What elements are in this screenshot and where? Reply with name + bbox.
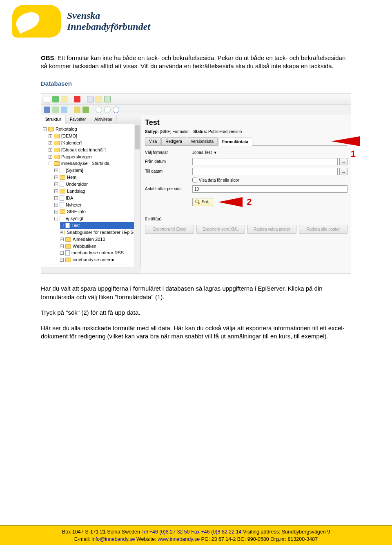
tree-node[interactable]: +[System] bbox=[54, 167, 140, 174]
label-till: Till datum bbox=[145, 169, 190, 174]
tree-node[interactable]: +Papperskorgen bbox=[49, 153, 140, 160]
tree-toggle-icon[interactable]: - bbox=[43, 127, 47, 131]
tree-node[interactable]: +innebandy.se noterar bbox=[60, 256, 140, 263]
tree-scrollbar[interactable] bbox=[134, 124, 140, 267]
tree-toggle-icon[interactable]: + bbox=[54, 176, 58, 179]
rtab-redigera[interactable]: Redigera bbox=[161, 137, 186, 146]
tree-hscroll[interactable] bbox=[41, 267, 141, 273]
tree-toggle-icon[interactable]: + bbox=[49, 148, 52, 152]
tree-toggle-icon[interactable]: + bbox=[49, 155, 52, 159]
image-icon[interactable] bbox=[61, 107, 67, 113]
left-tabbar: Struktur Favoriter Aktiviteter bbox=[41, 115, 141, 124]
tree-node[interactable]: +Almedalen 2010 bbox=[60, 236, 140, 243]
checkbox-visa-alla[interactable] bbox=[192, 178, 197, 182]
footer-visiting: Visiting address: Sundbybergsvägen 9 bbox=[242, 529, 330, 535]
logo-line2: Innebandyförbundet bbox=[67, 21, 150, 32]
tree-toggle-icon[interactable]: + bbox=[60, 238, 64, 241]
folder-icon bbox=[54, 148, 60, 152]
page-icon bbox=[65, 250, 70, 256]
clipboard-icon[interactable] bbox=[96, 96, 102, 102]
tree-toggle-icon[interactable]: + bbox=[54, 196, 58, 200]
page-icon bbox=[60, 196, 64, 201]
tree-toggle-icon[interactable]: - bbox=[54, 217, 58, 220]
rtab-formulardata[interactable]: Formulärdata bbox=[218, 138, 252, 146]
input-antal[interactable] bbox=[192, 185, 347, 193]
tree-node[interactable]: +IDA bbox=[54, 195, 140, 202]
tree-node[interactable]: -ej synligt bbox=[54, 215, 140, 222]
tree-node[interactable]: +[DEMO] bbox=[49, 133, 140, 140]
folder-icon bbox=[54, 134, 60, 138]
tree-toggle-icon[interactable]: + bbox=[54, 169, 58, 172]
tree-toggle-icon[interactable]: + bbox=[54, 189, 58, 193]
footer-address: Box 1047 S-171 21 Solna Sweden bbox=[62, 529, 141, 535]
obs-rest: : Ett formulär kan inte ha både en tack-… bbox=[41, 54, 345, 69]
tab-favoriter[interactable]: Favoriter bbox=[66, 115, 90, 124]
globe-icon[interactable] bbox=[113, 107, 119, 113]
folder-icon bbox=[48, 127, 54, 131]
tree-node-label: [Globalt delat innehåll] bbox=[61, 147, 106, 153]
delete-all-button[interactable]: Radera alla poster bbox=[299, 225, 348, 234]
view-icon[interactable] bbox=[44, 107, 50, 113]
tree-toggle-icon[interactable]: + bbox=[49, 134, 52, 138]
select-formular[interactable]: Jonas Test ▼ bbox=[192, 150, 347, 156]
delete-icon[interactable] bbox=[74, 96, 80, 102]
tree-node[interactable]: +Undersidor bbox=[54, 181, 140, 188]
tree-toggle-icon[interactable]: + bbox=[54, 210, 58, 213]
tree-node[interactable]: +[Kalender] bbox=[49, 140, 140, 147]
tree-node-label: Almedalen 2010 bbox=[73, 236, 105, 242]
tree1-icon[interactable] bbox=[74, 107, 80, 113]
page-icon bbox=[60, 202, 64, 207]
refresh-icon[interactable] bbox=[96, 107, 102, 113]
paste-icon[interactable] bbox=[61, 96, 67, 102]
tree2-icon[interactable] bbox=[82, 107, 89, 113]
new-page-icon[interactable] bbox=[44, 96, 50, 102]
rtab-visa[interactable]: Visa bbox=[145, 137, 161, 146]
tree-node-label: [DEMO] bbox=[61, 133, 77, 139]
folder-icon bbox=[65, 230, 65, 235]
paragraph-3: Tryck på "sök" (2) för att få upp data. bbox=[41, 309, 351, 317]
tree-toggle-icon[interactable]: - bbox=[49, 162, 52, 165]
page-tree[interactable]: -Rotkatalog+[DEMO]+[Kalender]+[Globalt d… bbox=[41, 124, 140, 267]
tree-toggle-icon[interactable]: + bbox=[54, 203, 58, 207]
logo-mark bbox=[12, 5, 61, 38]
list-icon[interactable] bbox=[104, 96, 111, 102]
tree-toggle-icon[interactable]: + bbox=[54, 182, 58, 186]
tree-node-label: innebandy.se noterar RSS bbox=[71, 250, 124, 256]
tree-toggle-icon[interactable]: - bbox=[60, 224, 64, 227]
arrow-2-icon bbox=[218, 197, 243, 207]
tree-node[interactable]: +innebandy.se noterar RSS bbox=[60, 249, 140, 256]
delete-selected-button[interactable]: Radera valda poster bbox=[247, 225, 296, 234]
tree-toggle-icon[interactable]: + bbox=[60, 231, 63, 234]
tab-aktiviteter[interactable]: Aktiviteter bbox=[90, 115, 117, 124]
tree-node[interactable]: +SIBF-info bbox=[54, 208, 140, 215]
export-xml-button[interactable]: Exportera som XML bbox=[196, 225, 245, 234]
tree-node[interactable]: +Landslag bbox=[54, 188, 140, 195]
tree-toggle-icon[interactable]: + bbox=[60, 258, 64, 262]
tree-node[interactable]: -innebandy.se - Startsida bbox=[49, 160, 140, 167]
add-icon[interactable] bbox=[52, 96, 59, 102]
reload-icon[interactable] bbox=[104, 107, 111, 113]
copy-icon[interactable] bbox=[87, 96, 94, 102]
tree-node[interactable]: +Webbutiken bbox=[60, 243, 140, 250]
folder-icon bbox=[60, 189, 65, 193]
tab-struktur[interactable]: Struktur bbox=[41, 115, 66, 124]
picker-till-button[interactable]: ... bbox=[339, 168, 347, 175]
input-till-datum[interactable] bbox=[192, 168, 338, 175]
tree-toggle-icon[interactable]: + bbox=[60, 244, 64, 248]
tree-node[interactable]: +Snabbguider för redaktörer i EpiServer bbox=[60, 229, 140, 236]
tree-node[interactable]: +Nyheter bbox=[54, 202, 140, 209]
tree-node[interactable]: +[Globalt delat innehåll] bbox=[49, 147, 140, 153]
sok-button[interactable]: Sök bbox=[192, 198, 213, 206]
tree-node[interactable]: +Hem bbox=[54, 174, 140, 181]
input-fran-datum[interactable] bbox=[192, 158, 338, 165]
tree-node-label: Undersidor bbox=[66, 181, 88, 187]
tree-toggle-icon[interactable]: + bbox=[49, 141, 52, 145]
meta-status-value: Publicerad version bbox=[208, 129, 242, 134]
page-icon[interactable] bbox=[52, 107, 59, 113]
tree-node[interactable]: -Rotkatalog bbox=[43, 126, 140, 133]
picker-fran-button[interactable]: ... bbox=[339, 158, 347, 165]
rtab-versionslista[interactable]: Versionslista bbox=[187, 137, 218, 146]
tree-toggle-icon[interactable]: + bbox=[60, 251, 64, 255]
tree-node[interactable]: -Test bbox=[60, 222, 140, 229]
export-excel-button[interactable]: Exportera till Excel bbox=[145, 225, 194, 234]
